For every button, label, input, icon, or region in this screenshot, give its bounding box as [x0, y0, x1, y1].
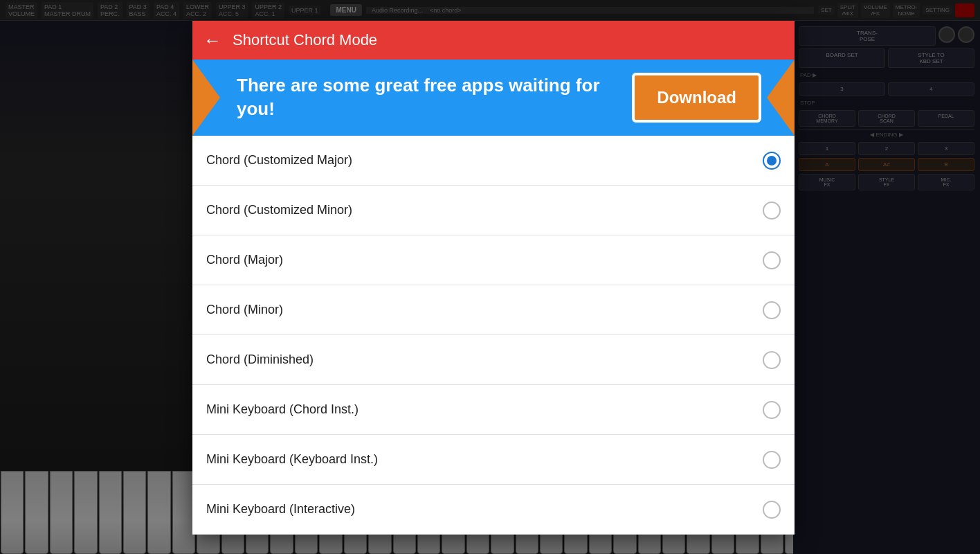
radio-circle-mini-kbd-interactive — [763, 501, 781, 519]
radio-label-diminished: Chord (Diminished) — [206, 352, 763, 367]
ad-banner: There are some great free apps waiting f… — [192, 60, 795, 136]
radio-label-customized-major: Chord (Customized Major) — [206, 153, 763, 168]
radio-circle-mini-kbd-chord — [763, 401, 781, 419]
radio-circle-minor — [763, 301, 781, 319]
chord-mode-list: Chord (Customized Major) Chord (Customiz… — [192, 136, 795, 535]
radio-item-customized-major[interactable]: Chord (Customized Major) — [192, 136, 795, 186]
ad-left-arrow-icon — [192, 60, 220, 136]
radio-label-customized-minor: Chord (Customized Minor) — [206, 203, 763, 217]
radio-circle-diminished — [763, 351, 781, 369]
radio-item-diminished[interactable]: Chord (Diminished) — [192, 335, 795, 385]
radio-label-minor: Chord (Minor) — [206, 303, 763, 317]
radio-dot-selected — [767, 156, 777, 166]
radio-item-mini-kbd-chord[interactable]: Mini Keyboard (Chord Inst.) — [192, 385, 795, 435]
shortcut-chord-modal: ← Shortcut Chord Mode There are some gre… — [192, 21, 795, 535]
radio-label-mini-kbd-chord: Mini Keyboard (Chord Inst.) — [206, 402, 763, 417]
download-button[interactable]: Download — [632, 73, 761, 123]
radio-item-major[interactable]: Chord (Major) — [192, 235, 795, 285]
radio-item-mini-kbd-interactive[interactable]: Mini Keyboard (Interactive) — [192, 485, 795, 535]
radio-item-mini-kbd-keyboard[interactable]: Mini Keyboard (Keyboard Inst.) — [192, 435, 795, 485]
radio-label-mini-kbd-keyboard: Mini Keyboard (Keyboard Inst.) — [206, 452, 763, 467]
ad-right-arrow-icon — [767, 60, 795, 136]
radio-circle-major — [763, 251, 781, 269]
radio-circle-customized-minor — [763, 202, 781, 220]
radio-label-major: Chord (Major) — [206, 253, 763, 267]
ad-text: There are some great free apps waiting f… — [220, 74, 632, 121]
radio-label-mini-kbd-interactive: Mini Keyboard (Interactive) — [206, 502, 763, 517]
radio-item-customized-minor[interactable]: Chord (Customized Minor) — [192, 186, 795, 235]
modal-header: ← Shortcut Chord Mode — [192, 21, 795, 60]
radio-circle-mini-kbd-keyboard — [763, 451, 781, 469]
radio-item-minor[interactable]: Chord (Minor) — [192, 285, 795, 335]
radio-circle-customized-major — [763, 152, 781, 170]
modal-title: Shortcut Chord Mode — [233, 31, 377, 49]
back-button[interactable]: ← — [203, 30, 221, 51]
